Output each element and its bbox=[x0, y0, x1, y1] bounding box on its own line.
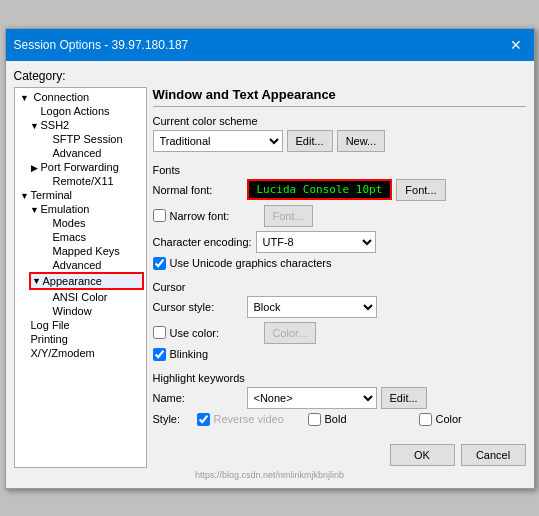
sidebar-item-terminal[interactable]: ▼Terminal bbox=[17, 188, 144, 202]
sidebar-tree: ▼ Connection Logon Actions ▼SSH2 SFTP Se… bbox=[14, 87, 147, 468]
new-color-scheme-button[interactable]: New... bbox=[337, 130, 386, 152]
ok-button[interactable]: OK bbox=[390, 444, 455, 466]
color-scheme-section: Current color scheme Traditional White /… bbox=[153, 115, 526, 156]
normal-font-button[interactable]: Font... bbox=[396, 179, 445, 201]
sidebar-item-appearance[interactable]: ▼ Appearance bbox=[29, 272, 144, 290]
title-bar: Session Options - 39.97.180.187 ✕ bbox=[6, 29, 534, 61]
sidebar-item-emacs[interactable]: Emacs bbox=[41, 230, 144, 244]
use-color-label: Use color: bbox=[170, 327, 260, 339]
cursor-section-label: Cursor bbox=[153, 281, 526, 293]
unicode-checkbox[interactable] bbox=[153, 257, 166, 270]
sidebar-item-modes[interactable]: Modes bbox=[41, 216, 144, 230]
blinking-label: Blinking bbox=[170, 348, 209, 360]
category-label: Category: bbox=[14, 69, 526, 83]
color-scheme-select[interactable]: Traditional White / Black Black / White bbox=[153, 130, 283, 152]
cancel-button[interactable]: Cancel bbox=[461, 444, 526, 466]
fonts-section: Fonts Normal font: Lucida Console 10pt F… bbox=[153, 164, 526, 273]
keyword-name-select[interactable]: <None> bbox=[247, 387, 377, 409]
sidebar-item-connection[interactable]: ▼ Connection bbox=[17, 90, 144, 104]
bottom-buttons: OK Cancel bbox=[153, 438, 526, 468]
watermark: https://blog.csdn.net/nmlinkmjkbnjlinb bbox=[14, 468, 526, 480]
sidebar-item-ansi-color[interactable]: ANSI Color bbox=[41, 290, 144, 304]
sidebar-item-ssh2[interactable]: ▼SSH2 bbox=[29, 118, 144, 132]
highlight-label: Highlight keywords bbox=[153, 372, 526, 384]
style-label: Style: bbox=[153, 413, 193, 425]
color-style-checkbox[interactable] bbox=[419, 413, 432, 426]
color-button[interactable]: Color... bbox=[264, 322, 317, 344]
reverse-video-checkbox[interactable] bbox=[197, 413, 210, 426]
color-scheme-label: Current color scheme bbox=[153, 115, 526, 127]
sidebar-item-emulation[interactable]: ▼Emulation bbox=[29, 202, 144, 216]
panel-title: Window and Text Appearance bbox=[153, 87, 526, 107]
normal-font-display: Lucida Console 10pt bbox=[247, 179, 393, 200]
sidebar-item-logon-actions[interactable]: Logon Actions bbox=[29, 104, 144, 118]
right-panel: Window and Text Appearance Current color… bbox=[153, 87, 526, 468]
narrow-font-label: Narrow font: bbox=[170, 210, 260, 222]
highlight-section: Highlight keywords Name: <None> Edit... … bbox=[153, 372, 526, 430]
cursor-section: Cursor Cursor style: Block Underline Ver… bbox=[153, 281, 526, 364]
normal-font-label: Normal font: bbox=[153, 184, 243, 196]
sidebar-item-printing[interactable]: Printing bbox=[17, 332, 144, 346]
narrow-font-button[interactable]: Font... bbox=[264, 205, 313, 227]
cursor-style-label: Cursor style: bbox=[153, 301, 243, 313]
toggle-connection[interactable]: ▼ bbox=[19, 93, 31, 103]
main-window: Session Options - 39.97.180.187 ✕ Catego… bbox=[5, 28, 535, 489]
sidebar-item-mapped-keys[interactable]: Mapped Keys bbox=[41, 244, 144, 258]
bold-checkbox[interactable] bbox=[308, 413, 321, 426]
use-color-checkbox[interactable] bbox=[153, 326, 166, 339]
sidebar-item-advanced-ssh2[interactable]: Advanced bbox=[41, 146, 144, 160]
cursor-style-select[interactable]: Block Underline Vertical Bar bbox=[247, 296, 377, 318]
window-title: Session Options - 39.97.180.187 bbox=[14, 38, 189, 52]
sidebar-item-appearance-label: Appearance bbox=[43, 275, 102, 287]
sidebar-item-port-forwarding[interactable]: ▶Port Forwarding bbox=[29, 160, 144, 174]
unicode-label: Use Unicode graphics characters bbox=[170, 257, 332, 269]
sidebar-item-remote-x11[interactable]: Remote/X11 bbox=[41, 174, 144, 188]
sidebar-item-log-file[interactable]: Log File bbox=[17, 318, 144, 332]
reverse-video-label: Reverse video bbox=[214, 413, 304, 425]
blinking-checkbox[interactable] bbox=[153, 348, 166, 361]
sidebar-item-advanced-terminal[interactable]: Advanced bbox=[41, 258, 144, 272]
close-button[interactable]: ✕ bbox=[506, 34, 526, 56]
color-style-label: Color bbox=[436, 413, 526, 425]
keyword-edit-button[interactable]: Edit... bbox=[381, 387, 427, 409]
encoding-label: Character encoding: bbox=[153, 236, 252, 248]
encoding-select[interactable]: UTF-8 ISO-8859-1 ASCII bbox=[256, 231, 376, 253]
bold-label: Bold bbox=[325, 413, 415, 425]
sidebar-item-window[interactable]: Window bbox=[41, 304, 144, 318]
keyword-name-label: Name: bbox=[153, 392, 243, 404]
sidebar-item-xyz-modem[interactable]: X/Y/Zmodem bbox=[17, 346, 144, 360]
fonts-label: Fonts bbox=[153, 164, 526, 176]
edit-color-scheme-button[interactable]: Edit... bbox=[287, 130, 333, 152]
sidebar-item-sftp-session[interactable]: SFTP Session bbox=[41, 132, 144, 146]
narrow-font-checkbox[interactable] bbox=[153, 209, 166, 222]
